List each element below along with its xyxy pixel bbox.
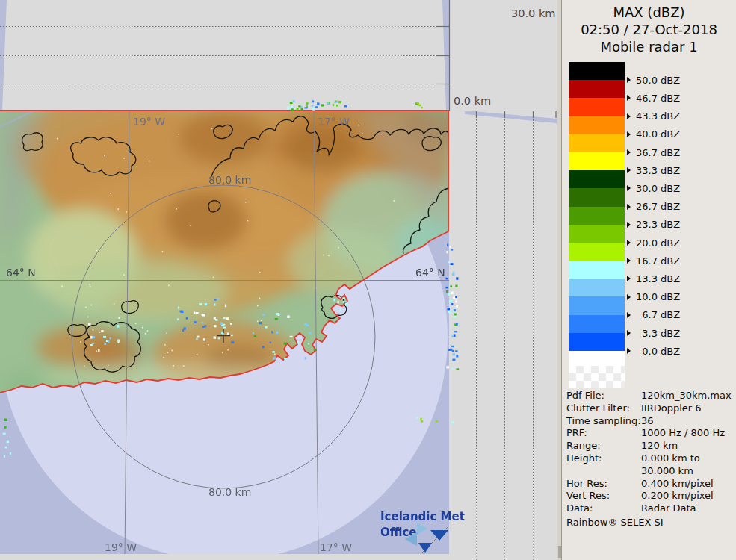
- echo-pixel: [287, 107, 289, 109]
- echo-pixel: [7, 441, 9, 443]
- scale-label: 30.0 dBZ: [627, 181, 680, 195]
- scale-tick-icon: [627, 185, 631, 191]
- logo-text: Icelandic Met: [380, 510, 465, 523]
- echo-pixel: [197, 336, 200, 338]
- echo-pixel: [101, 330, 103, 332]
- echo-pixel: [336, 105, 338, 107]
- radar-map[interactable]: 30.0 km 0.0 km: [0, 0, 557, 560]
- echo-pixel: [186, 317, 188, 320]
- echo-pixel: [202, 326, 205, 328]
- echo-pixel: [284, 358, 287, 359]
- echo-pixel: [205, 303, 208, 305]
- echo-pixel: [90, 336, 92, 339]
- colorbar-cell: [569, 116, 625, 134]
- echo-pixel: [199, 303, 202, 305]
- echo-pixel: [452, 359, 455, 361]
- echo-pixel: [446, 290, 448, 293]
- echo-pixel: [205, 325, 207, 327]
- echo-pixel: [451, 263, 454, 265]
- echo-pixel: [254, 335, 257, 337]
- echo-pixel: [225, 305, 226, 308]
- echo-pixel: [275, 318, 278, 320]
- echo-pixel: [220, 322, 223, 324]
- scale-tick-icon: [627, 149, 631, 155]
- echo-pixel: [451, 303, 453, 305]
- scale-tick-icon: [627, 95, 631, 101]
- echo-pixel: [287, 316, 289, 318]
- latitude-label: 64° N: [6, 267, 36, 279]
- echo-pixel: [452, 421, 454, 423]
- echo-pixel: [421, 420, 423, 423]
- echo-pixel: [201, 322, 204, 323]
- echo-pixel: [93, 336, 95, 338]
- echo-pixel: [194, 321, 197, 323]
- echo-pixel: [451, 292, 454, 295]
- info-row: Range:120 km: [566, 440, 732, 452]
- echo-pixel: [304, 107, 307, 108]
- scale-tick-icon: [627, 131, 631, 137]
- echo-pixel: [262, 346, 265, 348]
- meridian-label: 19° W: [105, 541, 137, 553]
- product-title: MAX (dBZ): [562, 4, 736, 20]
- echo-pixel: [4, 455, 5, 458]
- info-row: Time sampling:36: [566, 415, 732, 428]
- colorbar-cell: [569, 98, 625, 116]
- echo-pixel: [262, 314, 265, 315]
- echo-pixel: [448, 261, 450, 264]
- echo-pixel: [449, 300, 452, 302]
- echo-pixel: [217, 298, 220, 299]
- scale-label: 16.7 dBZ: [627, 254, 680, 267]
- height-axis-top-label: 30.0 km: [511, 7, 555, 19]
- scale-tick-icon: [627, 204, 631, 210]
- echo-pixel: [454, 309, 456, 311]
- echo-pixel: [452, 274, 454, 276]
- echo-pixel: [214, 317, 216, 320]
- echo-pixel: [455, 301, 457, 303]
- colorbar-cell: [569, 62, 625, 80]
- echo-pixel: [446, 287, 448, 288]
- scale-tick-icon: [627, 240, 631, 246]
- echo-pixel: [271, 331, 273, 333]
- colorbar-cell: [569, 188, 625, 206]
- scale-label: 10.0 dBZ: [627, 290, 680, 304]
- echo-pixel: [88, 323, 91, 326]
- echo-pixel: [312, 108, 315, 111]
- echo-pixel: [343, 301, 344, 303]
- scale-label: 23.3 dBZ: [627, 218, 680, 231]
- panel-splitter[interactable]: [557, 0, 562, 560]
- echo-pixel: [334, 102, 337, 103]
- echo-pixel: [230, 323, 232, 325]
- info-row: Data:Radar Data: [566, 503, 732, 515]
- echo-pixel: [321, 104, 324, 106]
- colorbar-cell: [569, 243, 625, 261]
- colorbar-cell: [569, 279, 625, 296]
- echo-pixel: [214, 337, 217, 339]
- scale-tick-icon: [627, 167, 631, 173]
- echo-pixel: [108, 340, 110, 343]
- echo-pixel: [180, 311, 182, 313]
- echo-pixel: [456, 323, 458, 325]
- echo-pixel: [452, 354, 455, 355]
- echo-pixel: [309, 332, 312, 334]
- scale-label: 40.0 dBZ: [627, 128, 680, 141]
- echo-pixel: [90, 344, 93, 346]
- echo-pixel: [446, 251, 448, 253]
- echo-pixel: [456, 355, 458, 358]
- echo-pixel: [3, 433, 6, 435]
- info-row: PRF:1000 Hz / 800 Hz: [566, 427, 732, 440]
- echo-pixel: [231, 335, 233, 336]
- radar-name: Mobile radar 1: [562, 39, 736, 55]
- info-row: 30.000 km: [566, 465, 732, 478]
- echo-pixel: [306, 102, 308, 105]
- echo-pixel: [177, 318, 179, 320]
- echo-pixel: [338, 101, 341, 104]
- colorbar-white-cell: [569, 351, 625, 366]
- splitter-handle-icon[interactable]: [558, 546, 561, 558]
- echo-pixel: [420, 418, 421, 421]
- meridian-label: 17° W: [318, 116, 350, 128]
- scale-tick-icon: [627, 222, 631, 228]
- scale-tick-icon: [627, 312, 631, 318]
- echo-pixel: [344, 105, 347, 108]
- scale-tick-icon: [627, 258, 631, 264]
- echo-pixel: [457, 368, 460, 370]
